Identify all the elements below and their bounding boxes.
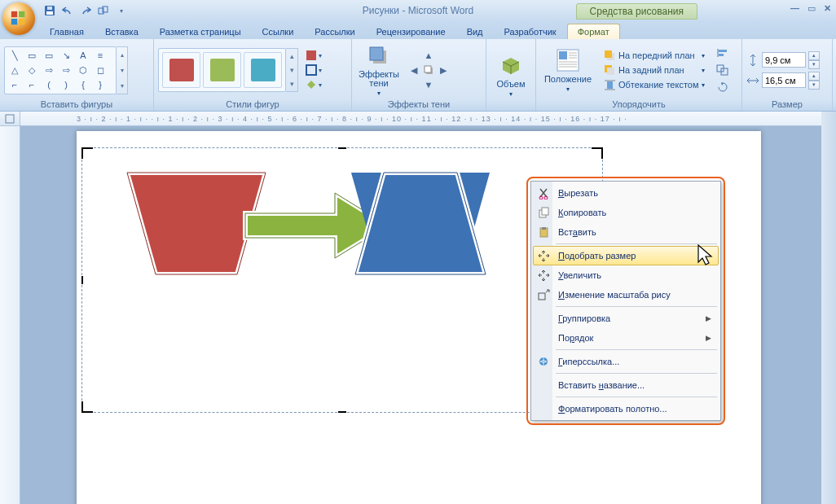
redo-icon[interactable] xyxy=(77,2,94,19)
group-arrange: Упорядочить xyxy=(540,99,737,111)
svg-rect-0 xyxy=(11,11,17,17)
svg-rect-2 xyxy=(11,19,17,24)
ctx-вырезать[interactable]: Вырезать xyxy=(533,183,719,203)
svg-rect-31 xyxy=(719,50,727,52)
minimize-icon[interactable]: — xyxy=(790,3,799,14)
ctx-группировка[interactable]: Группировка▶ xyxy=(533,309,719,328)
height-icon xyxy=(746,54,759,67)
svg-rect-39 xyxy=(542,208,548,215)
shape-fill-button[interactable]: ▾ xyxy=(304,49,323,62)
canvas-shapes[interactable] xyxy=(82,148,602,412)
horizontal-ruler[interactable]: 3 · ı · 2 · ı · 1 · ı · · ı · 1 · ı · 2 … xyxy=(20,112,821,126)
svg-rect-9 xyxy=(306,50,316,60)
tab-insert[interactable]: Вставка xyxy=(95,24,149,39)
rotate-button[interactable] xyxy=(715,80,731,94)
vertical-ruler[interactable] xyxy=(0,125,20,504)
svg-rect-1 xyxy=(19,11,24,17)
style-gallery[interactable] xyxy=(158,48,286,92)
style-scroll[interactable]: ▴▾▾ xyxy=(286,48,298,92)
align-button[interactable] xyxy=(715,46,731,60)
save-icon[interactable] xyxy=(42,2,58,19)
group-shadow: Эффекты тени xyxy=(356,99,482,111)
text-wrap-button[interactable]: Обтекание текстом▾ xyxy=(601,78,707,92)
tab-references[interactable]: Ссылки xyxy=(252,24,305,39)
window-title: Рисунки - Microsoft Word xyxy=(363,5,473,16)
tab-view[interactable]: Вид xyxy=(456,24,494,39)
svg-rect-26 xyxy=(607,68,614,75)
svg-rect-42 xyxy=(539,293,545,300)
tab-mailings[interactable]: Рассылки xyxy=(304,24,365,39)
width-input[interactable] xyxy=(762,72,806,88)
ribbon-tabs: Главная Вставка Разметка страницы Ссылки… xyxy=(0,21,836,39)
ruler-corner[interactable] xyxy=(0,112,20,126)
tab-review[interactable]: Рецензирование xyxy=(366,24,456,39)
svg-rect-12 xyxy=(370,47,383,60)
group-shape-styles: Стили фигур xyxy=(158,99,347,111)
shapes-gallery[interactable]: ╲▭▭↘A≡ △◇⇨⇨⬡◻ ⌐⌐(){} xyxy=(4,46,117,94)
svg-rect-14 xyxy=(425,66,431,72)
tab-layout[interactable]: Разметка страницы xyxy=(149,24,252,39)
undo-icon[interactable] xyxy=(59,2,76,19)
tab-format[interactable]: Формат xyxy=(567,24,620,39)
shapes-scroll[interactable]: ▴▾▾ xyxy=(117,46,128,94)
change-shape-button[interactable]: ▾ xyxy=(304,78,323,91)
maximize-icon[interactable]: ▭ xyxy=(807,3,816,14)
svg-rect-6 xyxy=(47,7,52,10)
position-button[interactable]: Положение▾ xyxy=(540,46,596,94)
office-button[interactable] xyxy=(2,2,35,35)
ctx-изменение-масштаба-рису[interactable]: Изменение масштаба рису xyxy=(533,285,719,305)
ctx-форматировать-полотно-[interactable]: Форматировать полотно... xyxy=(533,399,719,419)
close-icon[interactable]: ✕ xyxy=(824,3,831,14)
svg-rect-16 xyxy=(559,51,567,59)
ctx-порядок[interactable]: Порядок▶ xyxy=(533,328,719,348)
group-button[interactable] xyxy=(715,63,731,77)
context-menu: ВырезатьКопироватьВставитьПодобрать разм… xyxy=(530,181,721,421)
drawing-canvas[interactable] xyxy=(81,147,603,413)
ctx-вставить[interactable]: Вставить xyxy=(533,222,719,242)
bring-front-button[interactable]: На передний план▾ xyxy=(601,49,707,63)
ctx-подобрать-размер[interactable]: Подобрать размер xyxy=(533,246,719,265)
titlebar: ▾ Рисунки - Microsoft Word Средства рисо… xyxy=(0,0,836,21)
shape-outline-button[interactable]: ▾ xyxy=(304,64,323,77)
tab-home[interactable]: Главная xyxy=(39,24,95,39)
3d-effects-button[interactable]: Объем▾ xyxy=(491,51,531,99)
svg-rect-32 xyxy=(719,54,724,56)
group-insert-shapes: Вставить фигуры xyxy=(4,99,149,111)
ctx-копировать[interactable]: Копировать xyxy=(533,203,719,222)
width-spinner[interactable]: ▴▾ xyxy=(808,72,820,90)
svg-rect-5 xyxy=(46,11,53,15)
shadow-effects-button[interactable]: Эффекты тени ▾ xyxy=(356,42,402,99)
svg-rect-35 xyxy=(6,115,14,123)
width-icon xyxy=(746,74,759,87)
qat-icon[interactable] xyxy=(95,2,112,19)
send-back-button[interactable]: На задний план▾ xyxy=(601,64,707,77)
group-3d xyxy=(491,108,531,111)
svg-rect-41 xyxy=(542,227,546,230)
ctx-увеличить[interactable]: Увеличить xyxy=(533,265,719,285)
vertical-scrollbar[interactable] xyxy=(821,112,836,504)
tab-developer[interactable]: Разработчик xyxy=(494,24,567,39)
svg-rect-10 xyxy=(306,65,316,75)
svg-rect-3 xyxy=(19,19,24,24)
context-tab-group: Средства рисования xyxy=(576,3,697,20)
shadow-nudge[interactable]: ▲ ◀▶ ▼ xyxy=(407,48,451,92)
svg-rect-27 xyxy=(607,81,613,89)
height-input[interactable] xyxy=(762,52,806,68)
ctx-гиперссылка-[interactable]: Гиперссылка... xyxy=(533,352,719,371)
quick-access-toolbar: ▾ xyxy=(41,2,130,19)
height-spinner[interactable]: ▴▾ xyxy=(808,51,820,69)
group-size: Размер xyxy=(746,99,828,111)
svg-rect-24 xyxy=(605,50,612,58)
ctx-вставить-название-[interactable]: Вставить название... xyxy=(533,375,719,395)
ribbon: ╲▭▭↘A≡ △◇⇨⇨⬡◻ ⌐⌐(){} ▴▾▾ Вставить фигуры xyxy=(0,39,836,112)
qat-more-icon[interactable]: ▾ xyxy=(113,2,130,19)
